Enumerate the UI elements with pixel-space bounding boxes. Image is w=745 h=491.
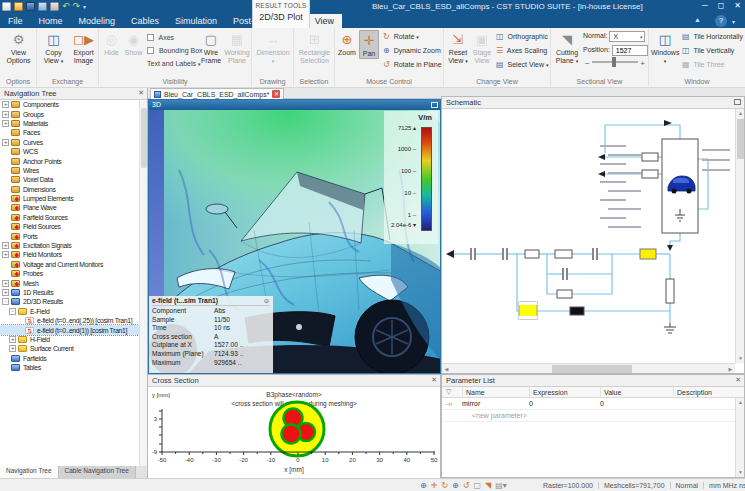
show-button[interactable]: ◉ Show <box>123 30 144 57</box>
tree-item[interactable]: +Tables <box>0 363 139 372</box>
rectangle-selection-button[interactable]: ⊞ Rectangle Selection <box>297 30 332 65</box>
redo-icon[interactable]: ↷ <box>73 2 81 11</box>
cutplane-slider[interactable]: − + <box>585 59 645 68</box>
stage-view-button[interactable]: ▣ Stage View <box>471 30 493 65</box>
status-zoom-icon[interactable]: ⊕ <box>420 481 427 490</box>
reset-view-button[interactable]: ⇲ Reset View ▾ <box>446 30 470 65</box>
tree-expand-toggle[interactable]: - <box>2 298 9 305</box>
tab-simulation[interactable]: Simulation <box>167 14 225 28</box>
3d-canvas[interactable]: V/m 7125 ▴1000 –100 –10 –1 –2.04e-6 ▾ e-… <box>149 110 440 373</box>
tree-expand-toggle[interactable]: + <box>9 345 16 352</box>
navigation-tree-scrollbar[interactable] <box>139 100 147 466</box>
tab-home[interactable]: Home <box>31 14 71 28</box>
tree-item[interactable]: +Field Monitors <box>0 250 139 259</box>
tile-vertically-button[interactable]: ◫ Tile Vertically <box>682 45 734 57</box>
slider-track[interactable] <box>592 61 638 63</box>
status-select-view-icon[interactable]: ▤▾ <box>495 481 507 490</box>
export-image-button[interactable]: ◻▶ Export Image <box>69 30 98 65</box>
bottom-tab-cable-navigation-tree[interactable]: Cable Navigation Tree <box>59 466 136 478</box>
axes-checkbox-row[interactable]: Axes <box>147 32 174 43</box>
cross-section-plot[interactable]: B3phase<random> <cross section will chan… <box>148 387 441 479</box>
parameter-column-value[interactable]: Value <box>600 387 621 398</box>
tab-file[interactable]: File <box>0 14 31 28</box>
tree-item[interactable]: +Components <box>0 100 139 109</box>
rotate-button[interactable]: ↻ Rotate ▾ <box>383 31 419 43</box>
view-options-button[interactable]: ⚙ View Options <box>2 30 35 65</box>
document-close-icon[interactable]: ✕ <box>272 90 280 98</box>
filter-icon[interactable]: ▽ <box>446 388 451 396</box>
parameter-column-expression[interactable]: Expression <box>529 387 568 398</box>
tab-view[interactable]: View <box>307 14 342 28</box>
pan-button[interactable]: ✛ Pan <box>359 30 379 59</box>
tree-item[interactable]: +Groups <box>0 109 139 118</box>
print-icon[interactable] <box>50 2 59 11</box>
schematic-maximize-icon[interactable] <box>734 99 741 105</box>
position-input[interactable] <box>612 45 648 56</box>
tree-item[interactable]: +Anchor Points <box>0 156 139 165</box>
dynamic-zoom-button[interactable]: ⊕ Dynamic Zoom <box>383 45 441 57</box>
status-dynamic-zoom-icon[interactable]: ⊕ <box>452 481 459 490</box>
3d-maximize-icon[interactable] <box>431 102 438 108</box>
tree-item[interactable]: -E-Field <box>0 307 139 316</box>
parameter-column-description[interactable]: Description <box>673 387 712 398</box>
wire-frame-button[interactable]: ▢ Wire Frame <box>199 30 223 65</box>
tree-expand-toggle[interactable]: + <box>2 101 9 108</box>
document-tab[interactable]: Bleu_Car_CBLS_ESD_allComps* ✕ <box>150 88 284 99</box>
pin-icon[interactable]: ⊙ <box>264 297 269 304</box>
tree-item[interactable]: +⇅e-field (t=0..end(1)) [cosim Tran1] <box>0 325 139 334</box>
tree-item[interactable]: +Surface Current <box>0 344 139 353</box>
tree-item[interactable]: +Probes <box>0 269 139 278</box>
tab-cables[interactable]: Cables <box>123 14 167 28</box>
select-view-button[interactable]: ▤ Select View ▾ <box>496 59 548 71</box>
zoom-button[interactable]: ⊕ Zoom <box>337 30 357 57</box>
tree-expand-toggle[interactable]: + <box>2 111 9 118</box>
open-file-icon[interactable] <box>14 2 23 11</box>
tree-item[interactable]: -2D/3D Results <box>0 297 139 306</box>
tree-item[interactable]: +Field Sources <box>0 222 139 231</box>
tree-expand-toggle[interactable]: + <box>2 120 9 127</box>
tree-item[interactable]: +Plane Wave <box>0 203 139 212</box>
hide-button[interactable]: ◎ Hide <box>101 30 122 57</box>
schematic-vertical-scrollbar[interactable]: ▲▼ <box>735 109 744 363</box>
schematic-canvas[interactable] <box>442 109 735 359</box>
tree-expand-toggle[interactable]: + <box>2 280 9 287</box>
tree-item[interactable]: +Dimensions <box>0 185 139 194</box>
tree-item[interactable]: +Farfield Sources <box>0 213 139 222</box>
tile-three-button[interactable]: ▦ Tile Three <box>682 59 725 71</box>
tree-expand-toggle[interactable]: + <box>9 336 16 343</box>
bounding-box-checkbox[interactable] <box>147 47 154 54</box>
help-icon[interactable]: ? <box>715 15 727 27</box>
copy-icon[interactable] <box>38 2 47 11</box>
tree-item[interactable]: +H-Field <box>0 335 139 344</box>
tree-item[interactable]: +Voxel Data <box>0 175 139 184</box>
tree-item[interactable]: +Voltage and Current Monitors <box>0 260 139 269</box>
bottom-tab-navigation-tree[interactable]: Navigation Tree <box>0 466 59 478</box>
tree-item[interactable]: +Farfields <box>0 354 139 363</box>
axes-checkbox[interactable] <box>147 34 154 41</box>
bounding-box-checkbox-row[interactable]: Bounding Box <box>147 45 203 56</box>
tree-item[interactable]: +Faces <box>0 128 139 137</box>
status-cutting-plane-icon[interactable]: ◥ <box>485 481 491 490</box>
tree-item[interactable]: +⇅e-field (t=0..end(.25)) [cosim Tran1] <box>0 316 139 325</box>
qat-dropdown-icon[interactable]: ▾ <box>83 3 86 10</box>
tree-expand-toggle[interactable]: + <box>2 242 9 249</box>
tree-item[interactable]: +Lumped Elements <box>0 194 139 203</box>
orthographic-button[interactable]: ◫ Orthographic <box>496 31 548 43</box>
new-parameter-row[interactable]: <new parameter> <box>442 410 744 422</box>
navigation-tree-close-icon[interactable]: ✕ <box>138 89 144 97</box>
parameter-list-close-icon[interactable]: ✕ <box>735 376 741 384</box>
copy-view-button[interactable]: ◫ Copy View ▾ <box>39 30 68 65</box>
parameter-column-name[interactable]: Name <box>462 387 485 398</box>
help-dropdown-icon[interactable]: ▾ <box>732 18 735 25</box>
minimize-button[interactable]: ─ <box>702 1 708 10</box>
schematic-horizontal-scrollbar[interactable]: ◀▶ <box>442 363 735 373</box>
tree-item[interactable]: +Ports <box>0 231 139 240</box>
tree-item[interactable]: +1D Results <box>0 288 139 297</box>
new-file-icon[interactable] <box>2 2 11 11</box>
working-plane-button[interactable]: ▦ Working Plane <box>223 30 251 65</box>
maximize-button[interactable]: ◻ <box>718 1 725 10</box>
tree-item[interactable]: +Excitation Signals <box>0 241 139 250</box>
tree-expand-toggle[interactable]: + <box>2 289 9 296</box>
text-and-labels-dropdown[interactable]: Text and Labels ▾ <box>147 58 201 69</box>
tab-modeling[interactable]: Modeling <box>71 14 124 28</box>
